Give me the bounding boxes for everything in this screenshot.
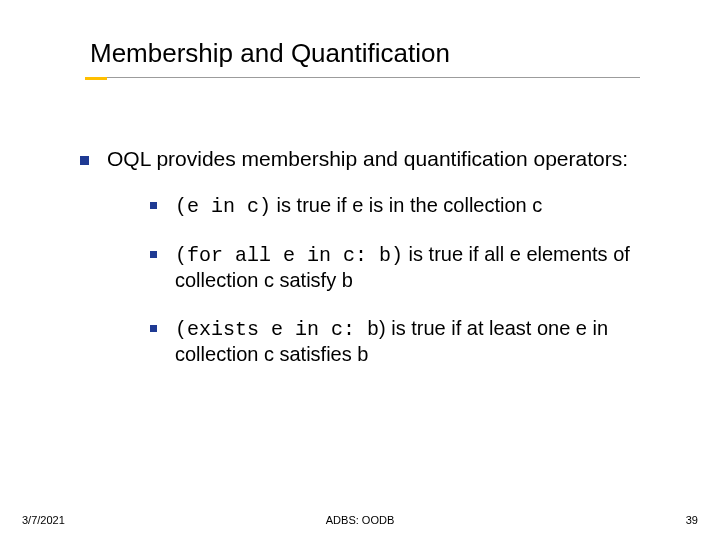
bullet-text: (for all e in c: b) is true if all e ele… [175, 242, 660, 294]
square-bullet-icon [80, 156, 89, 165]
bullet-level1: OQL provides membership and quantificati… [80, 147, 660, 171]
desc-text: is true if e is in the collection c [271, 194, 542, 216]
bullet-level2: (e in c) is true if e is in the collecti… [150, 193, 660, 220]
bullet-text: (e in c) is true if e is in the collecti… [175, 193, 660, 220]
square-bullet-icon [150, 202, 157, 209]
slide-title: Membership and Quantification [90, 38, 720, 69]
close-paren: ) [379, 317, 386, 339]
square-bullet-icon [150, 251, 157, 258]
title-underline [85, 77, 640, 78]
bullet-text: (exists e in c: b) is true if at least o… [175, 316, 660, 368]
intro-text: OQL provides membership and quantificati… [107, 147, 628, 171]
footer-center: ADBS: OODB [0, 514, 720, 526]
content-area: OQL provides membership and quantificati… [0, 69, 720, 368]
footer-page-number: 39 [686, 514, 698, 526]
code-expr: (for all e in c: b) [175, 244, 403, 267]
slide: Membership and Quantification OQL provid… [0, 0, 720, 540]
code-expr: (e in c) [175, 195, 271, 218]
title-area: Membership and Quantification [0, 0, 720, 69]
bullet-level2: (for all e in c: b) is true if all e ele… [150, 242, 660, 294]
sub-bullet-list: (e in c) is true if e is in the collecti… [150, 193, 660, 368]
title-accent [85, 77, 107, 80]
code-expr: (exists e in c: b [175, 318, 379, 341]
square-bullet-icon [150, 325, 157, 332]
bullet-level2: (exists e in c: b) is true if at least o… [150, 316, 660, 368]
